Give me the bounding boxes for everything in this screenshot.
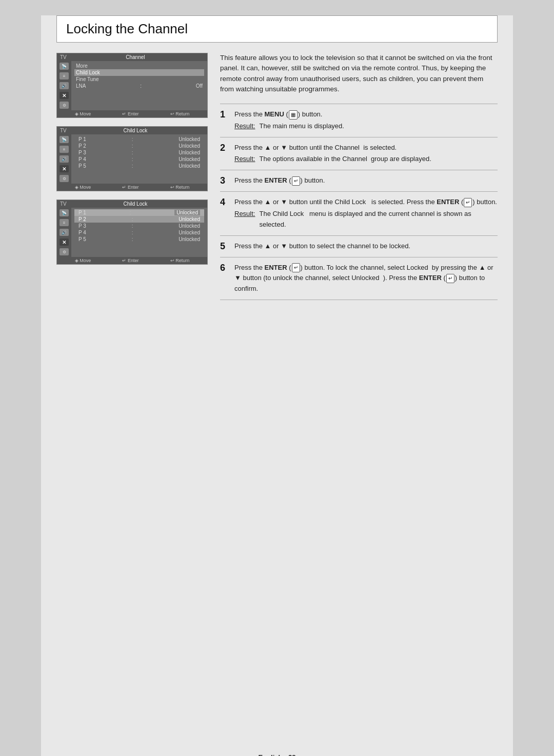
left-panel: TV Channel 📡 ≡ 🔊 ✕ ⚙ More Child Lock Fin…: [56, 53, 208, 300]
footer3-enter: ↵ Enter: [122, 258, 138, 263]
menu-finetune: Fine Tune: [74, 76, 204, 83]
footer2-enter: ↵ Enter: [122, 185, 138, 190]
step-5-content: Press the ▲ or ▼ button to select the ch…: [234, 235, 498, 257]
step-1-text: Press the MENU (▦) button.: [234, 109, 498, 120]
screen2-header: TV Child Lock: [57, 127, 207, 134]
menu-childlock: Child Lock: [74, 69, 204, 76]
step-4-result: Result: The Child Lock menu is displayed…: [234, 209, 498, 230]
enter-icon-6b: ↵: [446, 274, 454, 283]
step-2-result-label: Result:: [234, 154, 255, 165]
ch-p2-status: Unlocked: [179, 143, 200, 149]
step-2-text: Press the ▲ or ▼ button until the Channe…: [234, 143, 498, 153]
child-row-p1: P 1 : Unlocked: [74, 136, 204, 143]
right-panel: This feature allows you to lock the tele…: [220, 53, 498, 300]
enter-icon-6a: ↵: [292, 263, 300, 272]
step-2-result-text: The options available in the Channel gro…: [259, 154, 431, 165]
ch3-p4-status: Unlocked: [179, 230, 200, 235]
child3-row-p3: P 3 : Unlocked: [74, 223, 204, 229]
step-2-content: Press the ▲ or ▼ button until the Channe…: [234, 137, 498, 170]
icon2-x: ✕: [60, 165, 69, 172]
screen3-tv-label: TV: [60, 201, 67, 207]
ch-p5-status: Unlocked: [179, 163, 200, 169]
menu-lna: LNA : Off: [74, 83, 204, 89]
screen2-icons: 📡 ≡ 🔊 ✕ ⚙: [57, 134, 71, 184]
ch3-p1-status: Unlocked: [174, 210, 200, 215]
menu-lna-label: LNA: [76, 83, 86, 89]
step-5-text: Press the ▲ or ▼ button to select the ch…: [234, 241, 498, 252]
child3-row-p4: P 4 : Unlocked: [74, 229, 204, 236]
footer-move: ◈ Move: [75, 111, 91, 116]
enter-icon-4: ↵: [464, 198, 472, 207]
menu-icon-1: ▦: [289, 110, 298, 120]
screen1-body: 📡 ≡ 🔊 ✕ ⚙ More Child Lock Fine Tune LNA …: [57, 61, 207, 110]
step-3-text: Press the ENTER (↵) button.: [234, 175, 498, 186]
page-title: Locking the Channel: [66, 21, 488, 37]
step-3-content: Press the ENTER (↵) button.: [234, 170, 498, 192]
step-4-number: 4: [220, 192, 234, 235]
ch3-p3: P 3: [78, 223, 86, 229]
icon3-sound: 🔊: [60, 229, 69, 236]
step-4-result-label: Result:: [234, 209, 255, 230]
step-6-row: 6 Press the ENTER (↵) button. To lock th…: [220, 257, 498, 300]
ch3-p3-status: Unlocked: [179, 223, 200, 229]
screen3-menu: P 1 : Unlocked P 2 : Unlocked P 3 :: [71, 208, 207, 257]
title-bar: Locking the Channel: [56, 15, 498, 43]
icon-x: ✕: [60, 92, 69, 99]
ch3-p5: P 5: [78, 236, 86, 242]
icon3-x: ✕: [60, 238, 69, 246]
child-row-p4: P 4 : Unlocked: [74, 156, 204, 163]
step-4-content: Press the ▲ or ▼ button until the Child …: [234, 192, 498, 235]
step-3-row: 3 Press the ENTER (↵) button.: [220, 170, 498, 192]
child-row-p2: P 2 : Unlocked: [74, 143, 204, 149]
step-6-text: Press the ENTER (↵) button. To lock the …: [234, 263, 498, 294]
ch-p1-status: Unlocked: [179, 136, 200, 142]
footer-text: English - 28: [259, 753, 296, 756]
footer-enter: ↵ Enter: [122, 111, 138, 116]
page: Locking the Channel TV Channel 📡 ≡ 🔊 ✕ ⚙: [41, 15, 513, 756]
icon2-channel: ≡: [60, 146, 69, 153]
icon3-antenna: 📡: [60, 209, 69, 216]
menu-more: More: [74, 63, 204, 69]
screen2-title: Child Lock: [67, 128, 204, 133]
screen3-footer: ◈ Move ↵ Enter ↩ Return: [57, 257, 207, 264]
content-area: TV Channel 📡 ≡ 🔊 ✕ ⚙ More Child Lock Fin…: [56, 53, 498, 300]
icon-antenna: 📡: [60, 63, 69, 70]
icon2-antenna: 📡: [60, 136, 69, 143]
menu-lna-sep: :: [140, 83, 142, 89]
child-row-p3: P 3 : Unlocked: [74, 149, 204, 156]
step-1-result-label: Result:: [234, 121, 255, 132]
screen2-body: 📡 ≡ 🔊 ✕ ⚙ P 1 : Unlocked P 2: [57, 134, 207, 184]
icon-channel: ≡: [60, 72, 69, 79]
footer3-move: ◈ Move: [75, 258, 91, 263]
step-4-text: Press the ▲ or ▼ button until the Child …: [234, 197, 498, 208]
step-1-result: Result: The main menu is displayed.: [234, 121, 498, 132]
screen3-icons: 📡 ≡ 🔊 ✕ ⚙: [57, 208, 71, 257]
screen3-title: Child Lock: [67, 201, 204, 207]
step-5-number: 5: [220, 235, 234, 257]
step-1-number: 1: [220, 104, 234, 137]
screen2-footer: ◈ Move ↵ Enter ↩ Return: [57, 184, 207, 191]
screen1-tv-label: TV: [60, 54, 67, 60]
ch3-p2: P 2: [78, 216, 86, 222]
screen2-tv-label: TV: [60, 128, 67, 133]
footer-area: English - 28: [56, 753, 498, 756]
screen1-footer: ◈ Move ↵ Enter ↩ Return: [57, 110, 207, 117]
ch-p4: P 4: [78, 156, 86, 162]
step-2-result: Result: The options available in the Cha…: [234, 154, 498, 165]
child-row-p5: P 5 : Unlocked: [74, 163, 204, 169]
tv-screen-3: TV Child Lock 📡 ≡ 🔊 ✕ ⚙ P 1 :: [56, 200, 208, 265]
step-1-result-text: The main menu is displayed.: [259, 121, 344, 132]
step-2-number: 2: [220, 137, 234, 170]
footer-return: ↩ Return: [170, 111, 190, 116]
step-6-number: 6: [220, 257, 234, 300]
tv-screen-1: TV Channel 📡 ≡ 🔊 ✕ ⚙ More Child Lock Fin…: [56, 53, 208, 118]
step-4-result-text: The Child Lock menu is displayed and the…: [259, 209, 498, 230]
icon3-channel: ≡: [60, 219, 69, 226]
step-6-content: Press the ENTER (↵) button. To lock the …: [234, 257, 498, 300]
step-1-content: Press the MENU (▦) button. Result: The m…: [234, 104, 498, 137]
step-4-row: 4 Press the ▲ or ▼ button until the Chil…: [220, 192, 498, 235]
step-5-row: 5 Press the ▲ or ▼ button to select the …: [220, 235, 498, 257]
footer3-return: ↩ Return: [170, 258, 190, 263]
screen1-icons: 📡 ≡ 🔊 ✕ ⚙: [57, 61, 71, 110]
ch3-p5-status: Unlocked: [179, 236, 200, 242]
